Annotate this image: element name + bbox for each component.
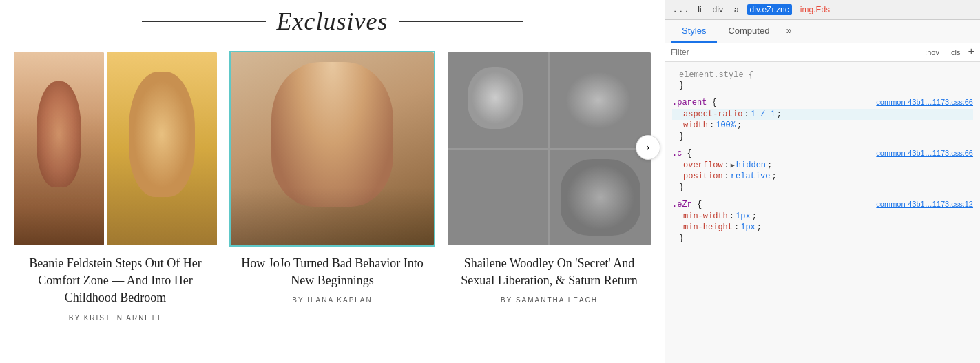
nc-prop-position: position : relative ;	[672, 171, 973, 182]
section-header: Exclusives	[14, 0, 651, 36]
parent-selector: .parent {	[672, 98, 717, 107]
header-line-right	[399, 21, 523, 22]
face-mockup-1b	[107, 52, 217, 245]
article-author-2: ILANA KAPLAN	[307, 296, 373, 304]
article-image-1[interactable]	[14, 52, 217, 245]
overflow-arrow-icon[interactable]: ▶	[731, 161, 735, 169]
filter-hov-button[interactable]: :hov	[923, 48, 941, 57]
tab-computed[interactable]: Computed	[717, 20, 780, 43]
ezr-rule: .eZr { common-43b1…1173.css:12 min-width…	[665, 198, 980, 248]
quad-img-2	[550, 52, 651, 148]
parent-rule: .parent { common-43b1…1173.css:66 aspect…	[665, 96, 980, 146]
article-byline-3: BY SAMANTHA LEACH	[501, 296, 598, 304]
article-card-3[interactable]: › Shailene Woodley On 'Secret' And Sexua…	[448, 52, 651, 304]
devtools-breadcrumb: ... li div a div.eZr.znc img.Eds	[665, 0, 980, 20]
quad-img-1	[448, 52, 548, 148]
quad-img-3	[448, 150, 548, 246]
tab-styles[interactable]: Styles	[671, 20, 717, 43]
element-style-close: }	[672, 80, 973, 91]
article-title-3: Shailene Woodley On 'Secret' And Sexual …	[448, 255, 651, 289]
quad-img-4	[550, 150, 651, 246]
ezr-space	[692, 200, 697, 209]
filter-plus-button[interactable]: +	[968, 46, 974, 59]
ezr-selector: .eZr {	[672, 200, 702, 209]
ezr-prop-min-width: min-width : 1px ;	[672, 211, 973, 222]
face-mockup-1a	[14, 52, 104, 245]
nav-arrow-icon: ›	[646, 141, 649, 154]
nc-prop-overflow: overflow : ▶ hidden ;	[672, 160, 973, 171]
nc-space	[682, 149, 687, 158]
breadcrumb-img-eds[interactable]: img.Eds	[797, 4, 833, 15]
devtools-panel: ... li div a div.eZr.znc img.Eds Styles …	[665, 0, 980, 363]
devtools-content: element.style { } .parent { common-43b1……	[665, 62, 980, 363]
section-title: Exclusives	[277, 7, 388, 36]
article-byline-2: BY ILANA KAPLAN	[292, 296, 373, 304]
filter-cls-button[interactable]: .cls	[947, 48, 963, 57]
article-author-3: SAMANTHA LEACH	[516, 296, 598, 304]
nc-selector: .​c {	[672, 149, 692, 158]
article-title-1: Beanie Feldstein Steps Out Of Her Comfor…	[14, 255, 217, 307]
ezr-name: eZr	[677, 200, 692, 209]
article-card-1[interactable]: Beanie Feldstein Steps Out Of Her Comfor…	[14, 52, 217, 322]
parent-space	[707, 98, 711, 107]
header-line-left	[142, 21, 266, 22]
breadcrumb-li[interactable]: li	[695, 4, 704, 15]
ezr-rule-header: .eZr { common-43b1…1173.css:12	[672, 200, 973, 209]
nc-rule-close: }	[672, 182, 973, 193]
nav-arrow-next[interactable]: ›	[636, 135, 660, 160]
breadcrumb-div-ezr[interactable]: div.eZr.znc	[747, 4, 792, 15]
parent-prop-width: width : 100% ;	[672, 120, 973, 131]
article-image-2[interactable]	[231, 52, 434, 245]
byline-prefix-3: BY	[501, 296, 512, 304]
devtools-filter-bar: :hov .cls +	[665, 43, 980, 62]
double-image	[14, 52, 217, 245]
article-image-3[interactable]: ›	[448, 52, 651, 245]
parent-file-link[interactable]: common-43b1…1173.css:66	[876, 98, 973, 106]
nc-rule: .​c { common-43b1…1173.css:66 overflow :…	[665, 147, 980, 197]
devtools-tabs: Styles Computed »	[665, 20, 980, 43]
ezr-prop-min-height: min-height : 1px ;	[672, 222, 973, 233]
breadcrumb-a[interactable]: a	[731, 4, 742, 15]
parent-rule-header: .parent { common-43b1…1173.css:66	[672, 98, 973, 107]
filter-actions: :hov .cls +	[923, 46, 974, 59]
element-style-header: element.style {	[672, 68, 973, 80]
article-card-2[interactable]: How JoJo Turned Bad Behavior Into New Be…	[231, 52, 434, 304]
byline-prefix-2: BY	[292, 296, 304, 304]
single-image	[231, 52, 434, 245]
breadcrumb-dots[interactable]: ...	[672, 4, 689, 15]
parent-name: parent	[677, 98, 707, 107]
ezr-rule-close: }	[672, 233, 973, 244]
breadcrumb-div[interactable]: div	[710, 4, 726, 15]
tab-more[interactable]: »	[780, 20, 797, 43]
article-title-2: How JoJo Turned Bad Behavior Into New Be…	[231, 255, 434, 289]
parent-prop-aspect-ratio: aspect-ratio : 1 / 1 ;	[672, 109, 973, 120]
nc-file-link[interactable]: common-43b1…1173.css:66	[876, 149, 973, 157]
byline-prefix-1: BY	[69, 314, 81, 322]
image-left	[14, 52, 104, 245]
devtools-filter-input[interactable]	[671, 48, 923, 57]
ezr-file-link[interactable]: common-43b1…1173.css:12	[876, 200, 973, 208]
image-right	[107, 52, 217, 245]
nc-rule-header: .​c { common-43b1…1173.css:66	[672, 149, 973, 158]
element-style-rule: element.style { }	[665, 66, 980, 95]
article-author-1: KRISTEN ARNETT	[84, 314, 163, 322]
parent-rule-close: }	[672, 131, 973, 142]
quad-image	[448, 52, 651, 245]
article-byline-1: BY KRISTEN ARNETT	[69, 314, 163, 322]
magazine-panel: Exclusives Beanie Feldstein Steps Out Of…	[0, 0, 665, 363]
articles-grid: Beanie Feldstein Steps Out Of Her Comfor…	[14, 52, 651, 322]
